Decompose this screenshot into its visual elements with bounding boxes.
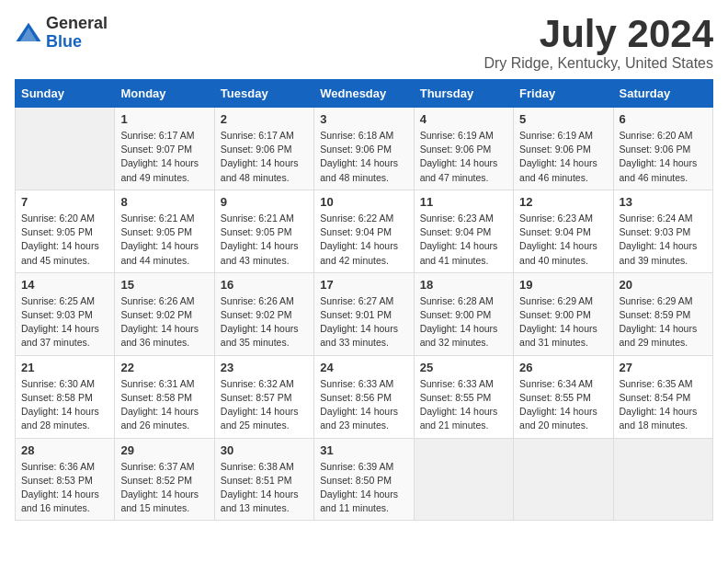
day-number: 26 — [519, 361, 607, 374]
day-number: 16 — [221, 278, 308, 292]
calendar-week-5: 28 Sunrise: 6:36 AMSunset: 8:53 PMDaylig… — [16, 438, 713, 521]
subtitle: Dry Ridge, Kentucky, United States — [483, 55, 713, 72]
calendar-cell: 4 Sunrise: 6:19 AMSunset: 9:06 PMDayligh… — [414, 108, 513, 190]
day-number: 12 — [519, 195, 607, 209]
logo-blue: Blue — [46, 33, 108, 52]
calendar-cell: 30 Sunrise: 6:38 AMSunset: 8:51 PMDaylig… — [214, 438, 313, 521]
day-number: 22 — [120, 361, 208, 374]
cell-info: Sunrise: 6:19 AMSunset: 9:06 PMDaylight:… — [420, 129, 507, 185]
day-number: 18 — [420, 278, 507, 292]
day-number: 31 — [320, 443, 407, 457]
day-number: 27 — [620, 361, 707, 374]
day-number: 28 — [21, 443, 108, 457]
calendar-cell: 15 Sunrise: 6:26 AMSunset: 9:02 PMDaylig… — [115, 272, 214, 355]
day-number: 23 — [221, 361, 308, 374]
cell-info: Sunrise: 6:22 AMSunset: 9:04 PMDaylight:… — [320, 212, 407, 268]
calendar-cell — [16, 108, 115, 190]
cell-info: Sunrise: 6:23 AMSunset: 9:04 PMDaylight:… — [420, 212, 507, 268]
calendar-body: 1 Sunrise: 6:17 AMSunset: 9:07 PMDayligh… — [16, 108, 713, 521]
calendar-cell: 23 Sunrise: 6:32 AMSunset: 8:57 PMDaylig… — [214, 355, 313, 438]
day-number: 8 — [120, 195, 208, 209]
day-number: 7 — [21, 195, 108, 209]
header-friday: Friday — [514, 80, 613, 108]
header-sunday: Sunday — [16, 80, 115, 108]
calendar-cell: 25 Sunrise: 6:33 AMSunset: 8:55 PMDaylig… — [414, 355, 513, 438]
calendar-cell: 29 Sunrise: 6:37 AMSunset: 8:52 PMDaylig… — [115, 438, 214, 521]
cell-info: Sunrise: 6:17 AMSunset: 9:07 PMDaylight:… — [120, 129, 208, 185]
cell-info: Sunrise: 6:33 AMSunset: 8:55 PMDaylight:… — [420, 377, 507, 433]
calendar-cell: 21 Sunrise: 6:30 AMSunset: 8:58 PMDaylig… — [16, 355, 115, 438]
title-block: July 2024 Dry Ridge, Kentucky, United St… — [483, 15, 713, 72]
calendar-cell — [414, 438, 513, 521]
calendar-cell: 14 Sunrise: 6:25 AMSunset: 9:03 PMDaylig… — [16, 272, 115, 355]
header-saturday: Saturday — [613, 80, 712, 108]
calendar-cell — [613, 438, 712, 521]
day-number: 15 — [120, 278, 208, 292]
cell-info: Sunrise: 6:34 AMSunset: 8:55 PMDaylight:… — [519, 377, 607, 433]
day-number: 5 — [519, 112, 607, 126]
day-number: 30 — [221, 443, 308, 457]
calendar-cell: 6 Sunrise: 6:20 AMSunset: 9:06 PMDayligh… — [613, 108, 712, 190]
cell-info: Sunrise: 6:23 AMSunset: 9:04 PMDaylight:… — [519, 212, 607, 268]
cell-info: Sunrise: 6:20 AMSunset: 9:05 PMDaylight:… — [21, 212, 108, 268]
calendar-cell: 18 Sunrise: 6:28 AMSunset: 9:00 PMDaylig… — [414, 272, 513, 355]
day-number: 13 — [620, 195, 707, 209]
cell-info: Sunrise: 6:31 AMSunset: 8:58 PMDaylight:… — [120, 377, 208, 433]
calendar-cell: 22 Sunrise: 6:31 AMSunset: 8:58 PMDaylig… — [115, 355, 214, 438]
day-number: 10 — [320, 195, 407, 209]
cell-info: Sunrise: 6:33 AMSunset: 8:56 PMDaylight:… — [320, 377, 407, 433]
cell-info: Sunrise: 6:21 AMSunset: 9:05 PMDaylight:… — [221, 212, 308, 268]
cell-info: Sunrise: 6:36 AMSunset: 8:53 PMDaylight:… — [21, 460, 108, 516]
cell-info: Sunrise: 6:32 AMSunset: 8:57 PMDaylight:… — [221, 377, 308, 433]
day-number: 17 — [320, 278, 407, 292]
calendar-cell: 12 Sunrise: 6:23 AMSunset: 9:04 PMDaylig… — [514, 190, 613, 272]
calendar-cell: 24 Sunrise: 6:33 AMSunset: 8:56 PMDaylig… — [314, 355, 414, 438]
calendar-cell: 20 Sunrise: 6:29 AMSunset: 8:59 PMDaylig… — [613, 272, 712, 355]
calendar-week-3: 14 Sunrise: 6:25 AMSunset: 9:03 PMDaylig… — [16, 272, 713, 355]
cell-info: Sunrise: 6:28 AMSunset: 9:00 PMDaylight:… — [420, 294, 507, 350]
day-number: 20 — [620, 278, 707, 292]
cell-info: Sunrise: 6:37 AMSunset: 8:52 PMDaylight:… — [120, 460, 208, 516]
day-number: 9 — [221, 195, 308, 209]
calendar-cell: 2 Sunrise: 6:17 AMSunset: 9:06 PMDayligh… — [214, 108, 313, 190]
cell-info: Sunrise: 6:24 AMSunset: 9:03 PMDaylight:… — [620, 212, 707, 268]
calendar-cell: 13 Sunrise: 6:24 AMSunset: 9:03 PMDaylig… — [613, 190, 712, 272]
day-number: 14 — [21, 278, 108, 292]
day-number: 24 — [320, 361, 407, 374]
day-number: 4 — [420, 112, 507, 126]
calendar-cell: 8 Sunrise: 6:21 AMSunset: 9:05 PMDayligh… — [115, 190, 214, 272]
calendar-cell — [514, 438, 613, 521]
cell-info: Sunrise: 6:20 AMSunset: 9:06 PMDaylight:… — [620, 129, 707, 185]
cell-info: Sunrise: 6:39 AMSunset: 8:50 PMDaylight:… — [320, 460, 407, 516]
cell-info: Sunrise: 6:26 AMSunset: 9:02 PMDaylight:… — [221, 294, 308, 350]
calendar-cell: 27 Sunrise: 6:35 AMSunset: 8:54 PMDaylig… — [613, 355, 712, 438]
cell-info: Sunrise: 6:18 AMSunset: 9:06 PMDaylight:… — [320, 129, 407, 185]
calendar-table: Sunday Monday Tuesday Wednesday Thursday… — [15, 79, 713, 521]
calendar-cell: 28 Sunrise: 6:36 AMSunset: 8:53 PMDaylig… — [16, 438, 115, 521]
cell-info: Sunrise: 6:38 AMSunset: 8:51 PMDaylight:… — [221, 460, 308, 516]
calendar-cell: 19 Sunrise: 6:29 AMSunset: 9:00 PMDaylig… — [514, 272, 613, 355]
logo-icon — [15, 19, 42, 47]
calendar-cell: 16 Sunrise: 6:26 AMSunset: 9:02 PMDaylig… — [214, 272, 313, 355]
header-tuesday: Tuesday — [214, 80, 313, 108]
cell-info: Sunrise: 6:27 AMSunset: 9:01 PMDaylight:… — [320, 294, 407, 350]
logo: General Blue — [15, 15, 108, 52]
cell-info: Sunrise: 6:29 AMSunset: 8:59 PMDaylight:… — [620, 294, 707, 350]
logo-text: General Blue — [46, 15, 108, 52]
cell-info: Sunrise: 6:21 AMSunset: 9:05 PMDaylight:… — [120, 212, 208, 268]
calendar-cell: 11 Sunrise: 6:23 AMSunset: 9:04 PMDaylig… — [414, 190, 513, 272]
cell-info: Sunrise: 6:26 AMSunset: 9:02 PMDaylight:… — [120, 294, 208, 350]
cell-info: Sunrise: 6:35 AMSunset: 8:54 PMDaylight:… — [620, 377, 707, 433]
cell-info: Sunrise: 6:17 AMSunset: 9:06 PMDaylight:… — [221, 129, 308, 185]
calendar-cell: 5 Sunrise: 6:19 AMSunset: 9:06 PMDayligh… — [514, 108, 613, 190]
calendar-week-1: 1 Sunrise: 6:17 AMSunset: 9:07 PMDayligh… — [16, 108, 713, 190]
cell-info: Sunrise: 6:29 AMSunset: 9:00 PMDaylight:… — [519, 294, 607, 350]
header-monday: Monday — [115, 80, 214, 108]
day-number: 6 — [620, 112, 707, 126]
cell-info: Sunrise: 6:30 AMSunset: 8:58 PMDaylight:… — [21, 377, 108, 433]
page-header: General Blue July 2024 Dry Ridge, Kentuc… — [15, 15, 713, 72]
cell-info: Sunrise: 6:19 AMSunset: 9:06 PMDaylight:… — [519, 129, 607, 185]
header-thursday: Thursday — [414, 80, 513, 108]
day-number: 1 — [120, 112, 208, 126]
day-number: 29 — [120, 443, 208, 457]
